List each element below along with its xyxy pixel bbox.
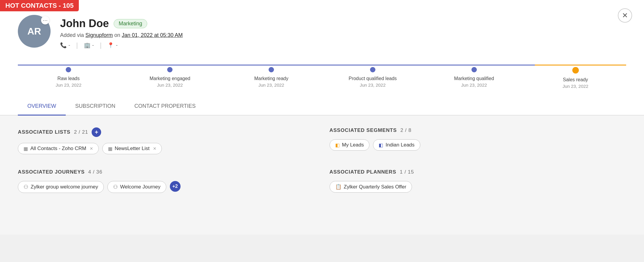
- journey-tag-welcome[interactable]: ⚇ Welcome Journey: [107, 181, 166, 193]
- segment-icon-indian-leads: ◧: [379, 142, 383, 148]
- location-value: -: [116, 42, 117, 49]
- contact-info: John Doe Marketing Added via Signupform …: [60, 15, 626, 49]
- associated-journeys-title: ASSOCIATED JOURNEYS 4 / 36: [18, 169, 315, 175]
- timeline-label-4: Marketing qualified: [454, 76, 494, 81]
- timeline-dot-4: [471, 67, 477, 72]
- timeline-dot-3: [370, 67, 375, 72]
- timeline-dot-1: [167, 67, 173, 72]
- timeline-dot-0: [66, 67, 71, 72]
- journey-tag-zylker-group[interactable]: ⚇ Zylker group welcome journey: [18, 181, 104, 193]
- segment-tag-my-leads[interactable]: ◧ My Leads: [330, 139, 370, 151]
- list-icon: ▦: [23, 146, 28, 152]
- added-via-text: Added via Signupform on Jan 01, 2022 at …: [60, 32, 626, 38]
- phone-meta: 📞 -: [60, 42, 70, 49]
- journey-icon-2: ⚇: [113, 184, 118, 190]
- timeline-label-5: Sales ready: [563, 77, 588, 82]
- company-meta: 🏢 -: [84, 42, 94, 49]
- planner-label: Zylker Quarterly Sales Offer: [344, 184, 406, 190]
- timeline-label-3: Product qualified leads: [349, 76, 397, 81]
- segment-label-my-leads: My Leads: [342, 142, 364, 148]
- timeline-dot-2: [269, 67, 274, 72]
- timeline-line: [18, 65, 626, 66]
- tab-subscription[interactable]: SUBSCRIPTION: [66, 98, 125, 116]
- contact-name-row: John Doe Marketing: [60, 17, 626, 30]
- associated-segments-title: ASSOCIATED SEGMENTS 2 / 8: [330, 127, 626, 133]
- date-link[interactable]: Jan 01, 2022 at 05:30 AM: [122, 32, 183, 38]
- timeline-date-5: Jun 23, 2022: [562, 84, 588, 89]
- timeline-label-0: Raw leads: [57, 76, 80, 81]
- segments-tags-container: ◧ My Leads ◧ Indian Leads: [330, 139, 626, 151]
- timeline-point-1: Marketing engagedJun 23, 2022: [119, 67, 221, 88]
- tab-contact-properties[interactable]: CONTACT PROPERTIES: [125, 98, 205, 116]
- contact-tag: Marketing: [114, 19, 147, 28]
- timeline-date-3: Jun 23, 2022: [360, 82, 386, 88]
- remove-list-2-button[interactable]: ×: [153, 146, 156, 151]
- timeline-point-3: Product qualified leadsJun 23, 2022: [322, 67, 423, 88]
- company-value: -: [92, 42, 94, 49]
- tabs-container: OVERVIEW SUBSCRIPTION CONTACT PROPERTIES: [18, 98, 626, 115]
- contact-meta: 📞 - | 🏢 - | 📍 -: [60, 41, 626, 49]
- phone-icon: 📞: [60, 42, 67, 49]
- associated-journeys-section: ASSOCIATED JOURNEYS 4 / 36 ⚇ Zylker grou…: [18, 169, 315, 193]
- location-icon: 📍: [107, 42, 114, 49]
- timeline-dot-5: [572, 67, 579, 74]
- journey-label-2: Welcome Journey: [120, 184, 161, 190]
- more-journeys-button[interactable]: +2: [170, 181, 181, 192]
- segment-icon-my-leads: ◧: [335, 142, 340, 148]
- avatar-initials: AR: [27, 26, 41, 37]
- hot-contacts-badge: HOT CONTACTS - 105: [0, 0, 79, 11]
- timeline-label-2: Marketing ready: [254, 76, 289, 81]
- timeline-point-2: Marketing readyJun 23, 2022: [221, 67, 322, 88]
- segments-count: 2 / 8: [400, 127, 411, 133]
- segment-tag-indian-leads[interactable]: ◧ Indian Leads: [373, 139, 420, 151]
- associated-lists-section: ASSOCIATED LISTS 2 / 21 + ▦ All Contacts…: [18, 127, 315, 154]
- planner-icon: 📋: [335, 184, 341, 190]
- list-tag-label: All Contacts - Zoho CRM: [30, 146, 86, 152]
- timeline-point-5: Sales readyJun 23, 2022: [525, 67, 626, 89]
- timeline-point-4: Marketing qualifiedJun 23, 2022: [423, 67, 525, 88]
- lists-count: 2 / 21: [74, 129, 88, 135]
- contact-name: John Doe: [60, 17, 109, 30]
- add-list-button[interactable]: +: [92, 127, 101, 137]
- company-icon: 🏢: [84, 42, 90, 49]
- segment-label-indian-leads: Indian Leads: [386, 142, 414, 148]
- source-link[interactable]: Signupform: [85, 32, 113, 38]
- remove-list-1-button[interactable]: ×: [90, 146, 93, 151]
- timeline-date-1: Jun 23, 2022: [157, 82, 183, 88]
- planners-count: 1 / 15: [400, 169, 414, 175]
- avatar-container: AR ⋯: [18, 15, 51, 48]
- timeline-point-0: Raw leadsJun 23, 2022: [18, 67, 119, 88]
- associated-planners-section: ASSOCIATED PLANNERS 1 / 15 📋 Zylker Quar…: [330, 169, 626, 193]
- avatar-menu-button[interactable]: ⋯: [41, 16, 49, 24]
- tabs-section: OVERVIEW SUBSCRIPTION CONTACT PROPERTIES: [0, 98, 644, 116]
- timeline: Raw leadsJun 23, 2022Marketing engagedJu…: [18, 61, 626, 89]
- tab-overview[interactable]: OVERVIEW: [18, 98, 66, 116]
- associated-segments-section: ASSOCIATED SEGMENTS 2 / 8 ◧ My Leads ◧ I…: [330, 127, 626, 154]
- list-tag-label-2: NewsLetter List: [115, 146, 150, 152]
- location-meta: 📍 -: [107, 42, 117, 49]
- phone-value: -: [68, 42, 70, 49]
- associated-planners-title: ASSOCIATED PLANNERS 1 / 15: [330, 169, 626, 175]
- journey-icon-1: ⚇: [23, 184, 28, 190]
- planner-tag-zylker-quarterly[interactable]: 📋 Zylker Quarterly Sales Offer: [330, 181, 412, 193]
- content-grid: ASSOCIATED LISTS 2 / 21 + ▦ All Contacts…: [18, 127, 626, 193]
- list-icon-2: ▦: [108, 146, 112, 152]
- planners-tags-container: 📋 Zylker Quarterly Sales Offer: [330, 181, 626, 193]
- close-button[interactable]: ✕: [618, 8, 632, 23]
- timeline-date-0: Jun 23, 2022: [56, 82, 82, 88]
- journey-label-1: Zylker group welcome journey: [31, 184, 98, 190]
- journeys-tags-container: ⚇ Zylker group welcome journey ⚇ Welcome…: [18, 181, 315, 193]
- timeline-section: Raw leadsJun 23, 2022Marketing engagedJu…: [0, 49, 644, 98]
- list-tag-all-contacts[interactable]: ▦ All Contacts - Zoho CRM ×: [18, 143, 99, 154]
- timeline-label-1: Marketing engaged: [150, 76, 190, 81]
- timeline-date-4: Jun 23, 2022: [461, 82, 487, 88]
- journeys-count: 4 / 36: [88, 169, 103, 175]
- lists-tags-container: ▦ All Contacts - Zoho CRM × ▦ NewsLetter…: [18, 143, 315, 154]
- list-tag-newsletter[interactable]: ▦ NewsLetter List ×: [102, 143, 162, 154]
- timeline-date-2: Jun 23, 2022: [258, 82, 284, 88]
- content-section: ASSOCIATED LISTS 2 / 21 + ▦ All Contacts…: [0, 116, 644, 235]
- associated-lists-title: ASSOCIATED LISTS 2 / 21 +: [18, 127, 315, 137]
